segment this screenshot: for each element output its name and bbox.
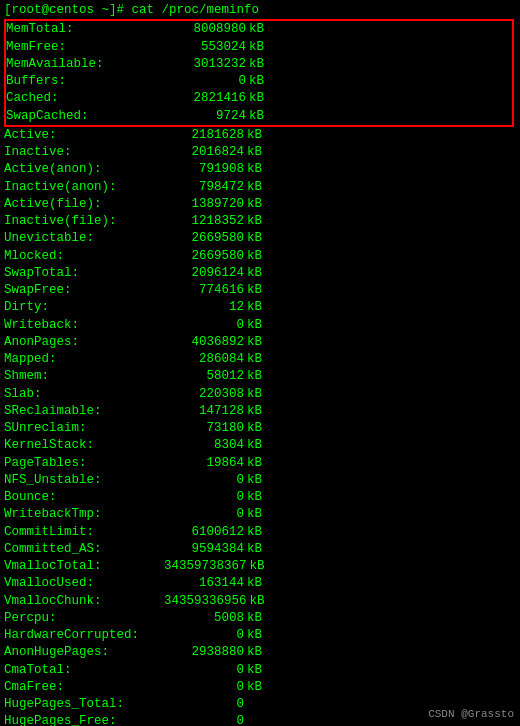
table-row: SUnreclaim:73180kB — [4, 420, 516, 437]
table-row: Mlocked:2669580kB — [4, 248, 516, 265]
table-row: SwapCached:9724kB — [6, 108, 512, 125]
mem-key: MemTotal: — [6, 21, 166, 38]
mem-unit: kB — [247, 334, 262, 351]
mem-key: Writeback: — [4, 317, 164, 334]
table-row: SwapFree:774616kB — [4, 282, 516, 299]
mem-value: 0 — [164, 679, 244, 696]
table-row: Buffers:0kB — [6, 73, 512, 90]
table-row: SReclaimable:147128kB — [4, 403, 516, 420]
table-row: Cached:2821416kB — [6, 90, 512, 107]
mem-value: 0 — [164, 713, 244, 726]
mem-value: 774616 — [164, 282, 244, 299]
table-row: VmallocUsed:163144kB — [4, 575, 516, 592]
mem-key: HugePages_Total: — [4, 696, 164, 713]
mem-value: 12 — [164, 299, 244, 316]
table-row: VmallocTotal:34359738367kB — [4, 558, 516, 575]
table-row: MemTotal:8008980kB — [6, 21, 512, 38]
mem-key: NFS_Unstable: — [4, 472, 164, 489]
mem-key: Percpu: — [4, 610, 164, 627]
mem-key: SUnreclaim: — [4, 420, 164, 437]
mem-key: SwapFree: — [4, 282, 164, 299]
mem-unit: kB — [247, 679, 262, 696]
mem-value: 2821416 — [166, 90, 246, 107]
mem-value: 0 — [166, 73, 246, 90]
mem-unit: kB — [249, 90, 264, 107]
mem-value: 798472 — [164, 179, 244, 196]
mem-unit: kB — [247, 437, 262, 454]
mem-unit: kB — [247, 265, 262, 282]
mem-value: 791908 — [164, 161, 244, 178]
table-row: MemAvailable:3013232kB — [6, 56, 512, 73]
mem-value: 0 — [164, 489, 244, 506]
mem-key: Inactive: — [4, 144, 164, 161]
mem-value: 2669580 — [164, 248, 244, 265]
mem-unit: kB — [247, 575, 262, 592]
mem-unit: kB — [247, 248, 262, 265]
mem-unit: kB — [247, 213, 262, 230]
mem-value: 0 — [164, 662, 244, 679]
mem-unit: kB — [247, 368, 262, 385]
table-row: Bounce:0kB — [4, 489, 516, 506]
table-row: Percpu:5008kB — [4, 610, 516, 627]
mem-unit: kB — [247, 317, 262, 334]
mem-key: SwapTotal: — [4, 265, 164, 282]
mem-value: 34359738367 — [164, 558, 247, 575]
mem-key: MemAvailable: — [6, 56, 166, 73]
mem-value: 147128 — [164, 403, 244, 420]
table-row: AnonPages:4036892kB — [4, 334, 516, 351]
mem-value: 1218352 — [164, 213, 244, 230]
mem-key: Mlocked: — [4, 248, 164, 265]
mem-key: Bounce: — [4, 489, 164, 506]
mem-unit: kB — [250, 558, 265, 575]
mem-value: 2181628 — [164, 127, 244, 144]
table-row: MemFree:553024kB — [6, 39, 512, 56]
mem-key: SwapCached: — [6, 108, 166, 125]
mem-value: 2096124 — [164, 265, 244, 282]
mem-value: 8008980 — [166, 21, 246, 38]
table-row: Inactive(file):1218352kB — [4, 213, 516, 230]
mem-unit: kB — [247, 144, 262, 161]
mem-key: Slab: — [4, 386, 164, 403]
mem-value: 0 — [164, 506, 244, 523]
mem-value: 286084 — [164, 351, 244, 368]
mem-key: Active(anon): — [4, 161, 164, 178]
table-row: PageTables:19864kB — [4, 455, 516, 472]
mem-value: 0 — [164, 627, 244, 644]
table-row: KernelStack:8304kB — [4, 437, 516, 454]
mem-key: VmallocUsed: — [4, 575, 164, 592]
table-row: Dirty:12kB — [4, 299, 516, 316]
mem-value: 2016824 — [164, 144, 244, 161]
mem-unit: kB — [249, 39, 264, 56]
table-row: AnonHugePages:2938880kB — [4, 644, 516, 661]
mem-value: 0 — [164, 696, 244, 713]
mem-value: 1389720 — [164, 196, 244, 213]
mem-value: 163144 — [164, 575, 244, 592]
mem-unit: kB — [247, 489, 262, 506]
command-line: [root@centos ~]# cat /proc/meminfo — [4, 2, 516, 19]
mem-value: 19864 — [164, 455, 244, 472]
table-row: Committed_AS:9594384kB — [4, 541, 516, 558]
mem-key: KernelStack: — [4, 437, 164, 454]
mem-value: 9594384 — [164, 541, 244, 558]
mem-unit: kB — [247, 403, 262, 420]
mem-key: AnonHugePages: — [4, 644, 164, 661]
mem-unit: kB — [249, 73, 264, 90]
table-row: Active(anon):791908kB — [4, 161, 516, 178]
mem-value: 58012 — [164, 368, 244, 385]
mem-unit: kB — [247, 524, 262, 541]
table-row: Shmem:58012kB — [4, 368, 516, 385]
mem-unit: kB — [247, 386, 262, 403]
mem-key: HardwareCorrupted: — [4, 627, 164, 644]
table-row: CommitLimit:6100612kB — [4, 524, 516, 541]
table-row: Slab:220308kB — [4, 386, 516, 403]
mem-key: Committed_AS: — [4, 541, 164, 558]
mem-unit: kB — [250, 593, 265, 610]
mem-key: PageTables: — [4, 455, 164, 472]
table-row: Mapped:286084kB — [4, 351, 516, 368]
mem-unit: kB — [247, 196, 262, 213]
meminfo-rows: MemTotal:8008980kBMemFree:553024kBMemAva… — [4, 19, 516, 726]
mem-value: 5008 — [164, 610, 244, 627]
mem-key: CmaFree: — [4, 679, 164, 696]
outlined-meminfo-block: MemTotal:8008980kBMemFree:553024kBMemAva… — [4, 19, 514, 127]
mem-key: CommitLimit: — [4, 524, 164, 541]
